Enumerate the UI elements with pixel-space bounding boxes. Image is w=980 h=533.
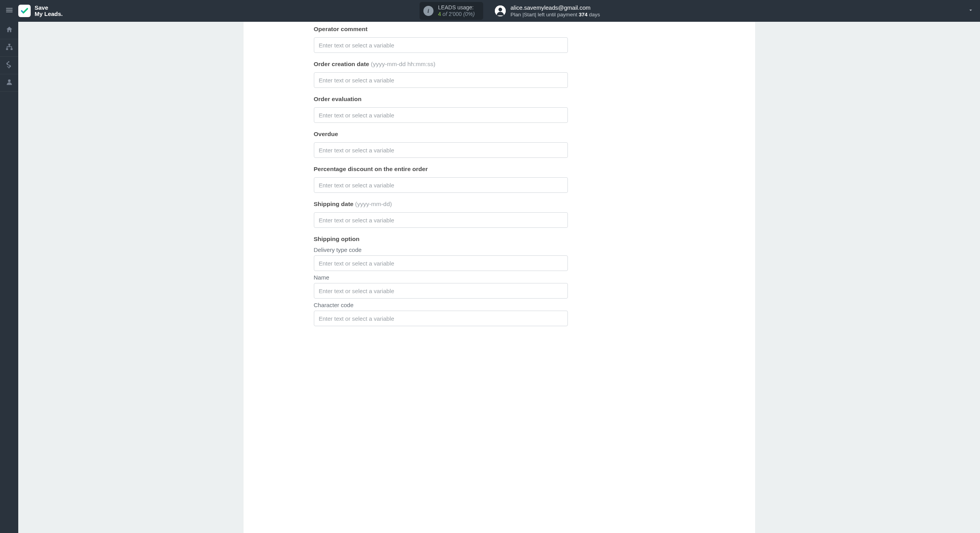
leads-usage-widget[interactable]: i LEADS usage: 4 of 2'000 (0%) xyxy=(420,2,484,20)
subfield-name: Name xyxy=(314,274,569,299)
field-label: Shipping date xyxy=(314,201,355,207)
field-percentage-discount: Percentage discount on the entire order xyxy=(314,165,569,193)
dollar-icon xyxy=(5,61,13,70)
subfield-label: Character code xyxy=(314,302,569,308)
svg-rect-3 xyxy=(6,48,8,50)
chevron-down-icon xyxy=(968,7,974,15)
field-overdue: Overdue xyxy=(314,130,569,158)
subfield-character-code: Character code xyxy=(314,302,569,326)
info-icon: i xyxy=(423,6,433,16)
operator-comment-input[interactable] xyxy=(314,37,568,53)
delivery-type-code-input[interactable] xyxy=(314,255,568,271)
header-dropdown-toggle[interactable] xyxy=(961,0,980,22)
shipping-name-input[interactable] xyxy=(314,283,568,299)
field-order-creation-date: Order creation date (yyyy-mm-dd hh:mm:ss… xyxy=(314,60,569,88)
user-account-widget[interactable]: alice.savemyleads@gmail.com Plan |Start|… xyxy=(495,4,600,18)
svg-rect-4 xyxy=(10,48,12,50)
top-header: Save My Leads. i LEADS usage: 4 of 2'000… xyxy=(0,0,980,22)
svg-point-1 xyxy=(499,8,502,11)
brand-logo[interactable]: Save My Leads. xyxy=(18,5,63,17)
sidebar xyxy=(0,22,18,533)
field-shipping-option: Shipping option Delivery type code Name … xyxy=(314,235,569,326)
user-info: alice.savemyleads@gmail.com Plan |Start|… xyxy=(510,4,600,18)
usage-text: LEADS usage: 4 of 2'000 (0%) xyxy=(438,4,475,17)
menu-toggle-button[interactable] xyxy=(0,0,18,22)
order-evaluation-input[interactable] xyxy=(314,107,568,123)
subfield-label: Delivery type code xyxy=(314,246,569,253)
hamburger-icon xyxy=(5,6,14,16)
overdue-input[interactable] xyxy=(314,142,568,158)
sidebar-item-home[interactable] xyxy=(0,22,18,39)
field-label: Percentage discount on the entire order xyxy=(314,166,428,172)
shipping-date-input[interactable] xyxy=(314,212,568,228)
field-label: Order creation date xyxy=(314,61,371,67)
field-label: Shipping option xyxy=(314,236,360,242)
field-hint: (yyyy-mm-dd hh:mm:ss) xyxy=(371,61,435,67)
sidebar-item-billing[interactable] xyxy=(0,57,18,74)
field-order-evaluation: Order evaluation xyxy=(314,95,569,123)
field-label: Operator comment xyxy=(314,26,368,32)
field-label: Order evaluation xyxy=(314,96,362,102)
checkmark-icon xyxy=(18,5,31,17)
sitemap-icon xyxy=(5,43,13,52)
avatar-icon xyxy=(495,5,506,16)
brand-name: Save My Leads. xyxy=(35,5,63,17)
field-shipping-date: Shipping date (yyyy-mm-dd) xyxy=(314,200,569,228)
sidebar-item-connections[interactable] xyxy=(0,39,18,57)
field-label: Overdue xyxy=(314,131,338,137)
user-icon xyxy=(5,78,13,87)
field-hint: (yyyy-mm-dd) xyxy=(355,201,392,207)
field-operator-comment: Operator comment xyxy=(314,25,569,53)
character-code-input[interactable] xyxy=(314,311,568,326)
svg-point-5 xyxy=(8,79,10,82)
svg-rect-2 xyxy=(8,44,10,45)
subfield-label: Name xyxy=(314,274,569,281)
home-icon xyxy=(5,26,13,35)
percentage-discount-input[interactable] xyxy=(314,177,568,193)
order-creation-date-input[interactable] xyxy=(314,72,568,88)
form-card: Operator comment Order creation date (yy… xyxy=(244,22,755,533)
sidebar-item-account[interactable] xyxy=(0,74,18,92)
subfield-delivery-type-code: Delivery type code xyxy=(314,246,569,271)
content-area: Operator comment Order creation date (yy… xyxy=(18,22,980,533)
